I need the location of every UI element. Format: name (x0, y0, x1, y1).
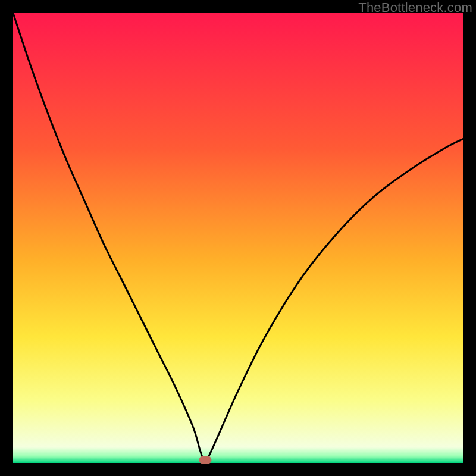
optimal-point-marker (199, 456, 211, 464)
gradient-background (13, 13, 463, 463)
chart-frame (13, 13, 463, 463)
bottleneck-chart (13, 13, 463, 463)
watermark-text: TheBottleneck.com (358, 0, 472, 15)
